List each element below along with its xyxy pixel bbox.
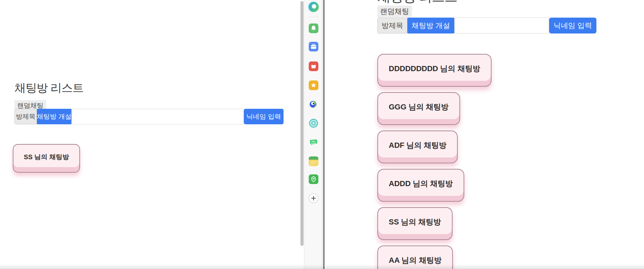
right-chat-window: 채팅방 리스트 랜덤채팅 방제목 채팅방 개설 닉네임 입력 DDDDDDDDD… xyxy=(325,0,644,269)
room-name-input[interactable] xyxy=(454,18,549,33)
room-button[interactable]: ADDD 님의 채팅방 xyxy=(377,169,464,202)
nickname-input-button[interactable]: 닉네임 입력 xyxy=(244,109,284,124)
room-button[interactable]: AA 님의 채팅방 xyxy=(377,246,453,269)
play-icon[interactable] xyxy=(309,118,318,128)
bell-icon[interactable] xyxy=(309,23,318,33)
memo-icon[interactable] xyxy=(309,156,318,166)
room-form: 방제목 채팅방 개설 닉네임 입력 xyxy=(377,18,596,33)
create-room-button[interactable]: 채팅방 개설 xyxy=(407,18,454,33)
left-chat-window: 채팅방 리스트 랜덤채팅 방제목 채팅방 개설 닉네임 입력 SS 님의 채팅방 xyxy=(0,0,300,269)
whale-logo-icon[interactable] xyxy=(308,2,319,12)
room-title-label: 방제목 xyxy=(14,109,37,124)
webtoon-text-line2: TOON xyxy=(311,142,316,145)
add-icon[interactable] xyxy=(308,193,319,203)
sidebar-divider xyxy=(308,17,319,17)
random-chat-label: 랜덤채팅 xyxy=(377,6,412,17)
room-button[interactable]: DDDDDDDDD 님의 채팅방 xyxy=(377,54,492,87)
scrollbar-thumb[interactable] xyxy=(300,1,304,246)
window-divider xyxy=(323,0,325,269)
create-room-button[interactable]: 채팅방 개설 xyxy=(37,109,71,124)
cat-icon[interactable] xyxy=(309,61,318,71)
room-button[interactable]: ADF 님의 채팅방 xyxy=(377,131,458,163)
briefcase-icon[interactable] xyxy=(309,42,318,51)
room-list: SS 님의 채팅방 xyxy=(13,144,80,173)
room-name-input[interactable] xyxy=(71,109,244,124)
room-title-label: 방제목 xyxy=(377,18,407,33)
room-button[interactable]: SS 님의 채팅방 xyxy=(13,144,80,173)
page-title: 채팅방 리스트 xyxy=(377,0,457,6)
room-form: 방제목 채팅방 개설 닉네임 입력 xyxy=(14,109,284,124)
browser-sidebar xyxy=(304,0,324,269)
papago-parrot-icon[interactable] xyxy=(309,99,318,109)
nickname-input-button[interactable]: 닉네임 입력 xyxy=(549,18,596,33)
room-list: DDDDDDDDD 님의 채팅방 GGG 님의 채팅방 ADF 님의 채팅방 A… xyxy=(377,54,492,269)
webtoon-icon[interactable]: WEB TOON xyxy=(309,137,318,147)
star-icon[interactable] xyxy=(309,80,318,90)
room-button[interactable]: SS 님의 채팅방 xyxy=(377,207,453,240)
room-button[interactable]: GGG 님의 채팅방 xyxy=(377,92,460,125)
map-pin-icon[interactable] xyxy=(309,174,318,184)
page-title: 채팅방 리스트 xyxy=(14,80,83,96)
